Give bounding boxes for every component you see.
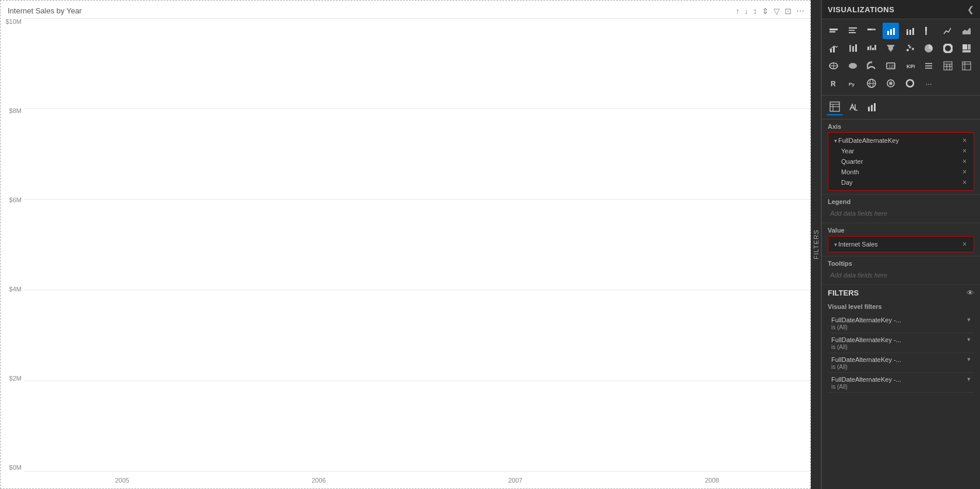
- viz-icon-clustered-bar[interactable]: [845, 23, 861, 39]
- filter-item-0[interactable]: FullDateAlternateKey -... ▾ is (All): [828, 314, 974, 333]
- svg-rect-8: [890, 29, 892, 35]
- viz-icon-globe[interactable]: [863, 75, 880, 92]
- viz-icon-treemap[interactable]: [958, 40, 975, 57]
- svg-text:KPI: KPI: [907, 64, 915, 69]
- filter-item-2-header: FullDateAlternateKey -... ▾: [831, 356, 971, 363]
- viz-icon-python[interactable]: Py: [845, 75, 861, 92]
- filters-strip-label: FILTERS: [813, 230, 820, 259]
- grid-line-0m: [24, 471, 810, 472]
- viz-icon-ribbon[interactable]: [845, 40, 861, 57]
- svg-rect-17: [830, 49, 832, 52]
- viz-icon-funnel[interactable]: [883, 40, 899, 57]
- svg-rect-52: [963, 62, 971, 70]
- viz-icon-table[interactable]: [940, 58, 956, 74]
- remove-year-button[interactable]: ×: [961, 147, 968, 155]
- panel-title: VISUALIZATIONS: [828, 5, 894, 14]
- sort-asc-icon[interactable]: ↑: [734, 5, 741, 17]
- filter-item-1[interactable]: FullDateAlternateKey -... ▾ is (All): [828, 333, 974, 353]
- sort-desc-icon[interactable]: ↓: [743, 5, 750, 17]
- x-label-2007: 2007: [508, 477, 522, 484]
- focus-icon[interactable]: ⊡: [783, 5, 793, 17]
- viz-icon-100pct-bar[interactable]: [863, 23, 880, 39]
- axis-field-fulldatealternatekey[interactable]: ▾ FullDateAlternateKey ×: [832, 135, 970, 146]
- fields-tab[interactable]: [827, 99, 843, 115]
- viz-icon-more[interactable]: ···: [921, 75, 937, 92]
- svg-text:R: R: [831, 80, 836, 88]
- viz-icon-waterfall[interactable]: [863, 40, 880, 57]
- remove-fulldatekey-button[interactable]: ×: [961, 136, 968, 145]
- x-label-2005: 2005: [115, 477, 129, 484]
- filter-item-3-name: FullDateAlternateKey -...: [831, 376, 901, 383]
- svg-rect-13: [912, 28, 914, 35]
- svg-point-30: [908, 45, 909, 47]
- viz-icon-stacked-bar[interactable]: [825, 23, 842, 39]
- remove-day-button[interactable]: ×: [961, 178, 968, 187]
- filter-item-2[interactable]: FullDateAlternateKey -... ▾ is (All): [828, 353, 974, 373]
- svg-rect-70: [868, 107, 870, 111]
- analytics-tab[interactable]: [864, 99, 880, 115]
- svg-rect-19: [849, 45, 851, 52]
- sort-both-icon[interactable]: ↕: [752, 5, 758, 17]
- viz-icon-100pct-column[interactable]: [921, 23, 937, 39]
- more-options-icon[interactable]: ⋯: [795, 5, 806, 17]
- viz-icon-filled-map[interactable]: [845, 58, 861, 74]
- viz-icons-section: 123 KPI R Py: [822, 19, 980, 96]
- viz-icon-stacked-column[interactable]: [902, 23, 918, 39]
- value-field-internet-sales[interactable]: ▾ Internet Sales ×: [832, 239, 970, 249]
- filter-item-1-status: is (All): [831, 344, 971, 350]
- viz-icon-map[interactable]: [825, 58, 842, 74]
- viz-icon-custom[interactable]: [883, 75, 899, 92]
- viz-icon-pie[interactable]: [921, 40, 937, 57]
- chart-area: Internet Sales by Year ↑ ↓ ↕ ⇕ ▽ ⊡ ⋯ $10…: [0, 0, 811, 489]
- axis-field-month[interactable]: Month ×: [832, 167, 970, 177]
- panel-close-button[interactable]: ❮: [967, 5, 974, 14]
- svg-rect-18: [833, 47, 835, 52]
- viz-icon-kpi[interactable]: KPI: [902, 58, 918, 74]
- viz-icon-area[interactable]: [958, 23, 975, 39]
- svg-rect-3: [849, 30, 855, 31]
- viz-icon-donut[interactable]: [940, 40, 956, 57]
- viz-icon-slicer[interactable]: [921, 58, 937, 74]
- axis-field-year[interactable]: Year ×: [832, 146, 970, 156]
- viz-icon-card[interactable]: 123: [883, 58, 899, 74]
- viz-icon-line-column[interactable]: [825, 40, 842, 57]
- viz-icon-line[interactable]: [940, 23, 956, 39]
- value-section: Value ▾ Internet Sales ×: [822, 223, 980, 256]
- remove-quarter-button[interactable]: ×: [961, 157, 968, 166]
- x-label-2006: 2006: [312, 477, 326, 484]
- remove-month-button[interactable]: ×: [961, 168, 968, 176]
- legend-placeholder: Add data fields here: [828, 207, 974, 219]
- svg-rect-15: [925, 27, 927, 31]
- axis-field-day[interactable]: Day ×: [832, 177, 970, 188]
- field-name-day: Day: [841, 179, 961, 186]
- field-name-quarter: Quarter: [841, 158, 961, 165]
- filter-item-3[interactable]: FullDateAlternateKey -... ▾ is (All): [828, 373, 974, 393]
- expand-icon[interactable]: ⇕: [761, 5, 770, 17]
- filters-header: FILTERS 👁: [828, 289, 974, 297]
- x-label-2008: 2008: [705, 477, 719, 484]
- right-panel: VISUALIZATIONS ❮: [821, 0, 980, 489]
- remove-internet-sales-button[interactable]: ×: [961, 240, 968, 248]
- filters-strip[interactable]: FILTERS: [811, 0, 821, 489]
- filter-item-1-name: FullDateAlternateKey -...: [831, 336, 901, 343]
- axis-field-quarter[interactable]: Quarter ×: [832, 156, 970, 167]
- viz-icon-r[interactable]: R: [825, 75, 842, 92]
- filters-eye-icon[interactable]: 👁: [967, 289, 974, 297]
- svg-rect-22: [867, 47, 869, 50]
- filter-icon[interactable]: ▽: [772, 5, 781, 17]
- svg-rect-21: [855, 44, 857, 52]
- viz-icon-matrix[interactable]: [958, 58, 975, 74]
- format-tab[interactable]: [845, 99, 862, 115]
- value-chevron-icon: ▾: [834, 241, 837, 248]
- filter-item-0-status: is (All): [831, 324, 971, 330]
- viz-icon-gauge[interactable]: [863, 58, 880, 74]
- svg-rect-1: [830, 31, 835, 33]
- viz-icon-ring[interactable]: [902, 75, 918, 92]
- viz-icon-column[interactable]: [883, 23, 899, 39]
- bars-container: [24, 18, 810, 471]
- viz-icon-scatter[interactable]: [902, 40, 918, 57]
- filter-chevron-2: ▾: [967, 356, 971, 363]
- svg-point-28: [909, 46, 911, 48]
- tooltips-section: Tooltips Add data fields here: [822, 256, 980, 285]
- filter-item-2-name: FullDateAlternateKey -...: [831, 356, 901, 363]
